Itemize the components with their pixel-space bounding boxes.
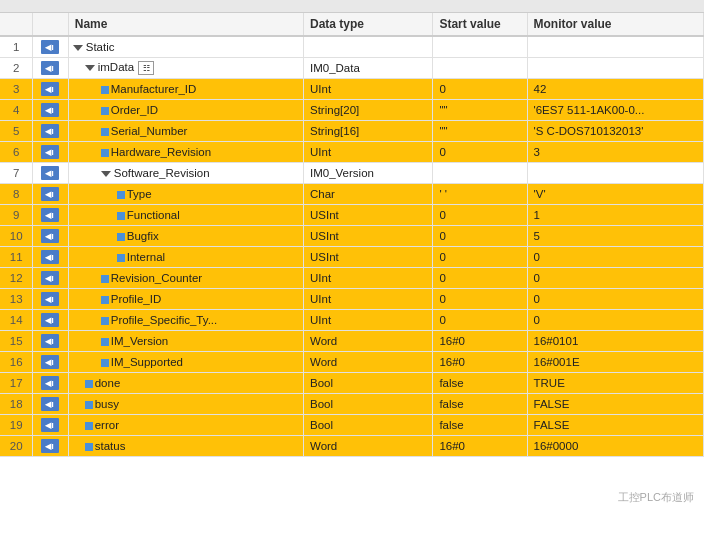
variable-icon: [101, 86, 109, 94]
name-text: Bugfix: [127, 230, 159, 242]
row-number: 1: [0, 36, 33, 58]
row-icon: ◀I: [33, 205, 68, 226]
table-row[interactable]: 11◀IInternalUSInt00: [0, 247, 704, 268]
row-number: 16: [0, 352, 33, 373]
db-block-icon: ◀I: [41, 292, 59, 306]
row-name: Type: [68, 184, 303, 205]
row-number: 19: [0, 415, 33, 436]
row-startval: 0: [433, 226, 527, 247]
data-table: Name Data type Start value Monitor value…: [0, 13, 704, 457]
row-monval: 3: [527, 142, 703, 163]
row-number: 10: [0, 226, 33, 247]
row-startval: 16#0: [433, 436, 527, 457]
row-icon: ◀I: [33, 415, 68, 436]
row-datatype: Bool: [304, 373, 433, 394]
row-monval: 16#0000: [527, 436, 703, 457]
table-row[interactable]: 20◀IstatusWord16#016#0000: [0, 436, 704, 457]
table-row[interactable]: 13◀IProfile_IDUInt00: [0, 289, 704, 310]
table-row[interactable]: 10◀IBugfixUSInt05: [0, 226, 704, 247]
table-row[interactable]: 5◀ISerial_NumberString[16]""'S C-DOS7101…: [0, 121, 704, 142]
table-row[interactable]: 4◀IOrder_IDString[20]""'6ES7 511-1AK00-0…: [0, 100, 704, 121]
row-name: Hardware_Revision: [68, 142, 303, 163]
row-monval: 0: [527, 310, 703, 331]
row-startval: 0: [433, 247, 527, 268]
row-datatype: UInt: [304, 79, 433, 100]
row-icon: ◀I: [33, 373, 68, 394]
row-startval: 0: [433, 205, 527, 226]
row-monval: 0: [527, 268, 703, 289]
table-row[interactable]: 1◀IStatic: [0, 36, 704, 58]
db-block-icon: ◀I: [41, 355, 59, 369]
row-icon: ◀I: [33, 184, 68, 205]
row-startval: [433, 163, 527, 184]
expand-arrow-icon[interactable]: [101, 171, 111, 177]
row-datatype: UInt: [304, 310, 433, 331]
row-icon: ◀I: [33, 331, 68, 352]
col-header-startval: Start value: [433, 13, 527, 36]
row-icon: ◀I: [33, 247, 68, 268]
table-row[interactable]: 15◀IIM_VersionWord16#016#0101: [0, 331, 704, 352]
row-monval: [527, 163, 703, 184]
table-row[interactable]: 14◀IProfile_Specific_Ty...UInt00: [0, 310, 704, 331]
name-text: Serial_Number: [111, 125, 188, 137]
variable-icon: [117, 212, 125, 220]
name-text: Functional: [127, 209, 180, 221]
expand-arrow-icon[interactable]: [85, 65, 95, 71]
table-row[interactable]: 12◀IRevision_CounterUInt00: [0, 268, 704, 289]
row-name: Manufacturer_ID: [68, 79, 303, 100]
row-datatype: UInt: [304, 268, 433, 289]
row-name: IM_Supported: [68, 352, 303, 373]
variable-icon: [101, 317, 109, 325]
row-datatype: Bool: [304, 415, 433, 436]
table-container[interactable]: Name Data type Start value Monitor value…: [0, 13, 704, 535]
row-icon: ◀I: [33, 163, 68, 184]
table-row[interactable]: 18◀IbusyBoolfalseFALSE: [0, 394, 704, 415]
table-row[interactable]: 7◀ISoftware_RevisionIM0_Version: [0, 163, 704, 184]
row-number: 9: [0, 205, 33, 226]
row-number: 12: [0, 268, 33, 289]
table-detail-icon[interactable]: ☷: [138, 61, 154, 75]
table-row[interactable]: 8◀ITypeChar' ''V': [0, 184, 704, 205]
row-startval: "": [433, 121, 527, 142]
db-block-icon: ◀I: [41, 145, 59, 159]
row-number: 7: [0, 163, 33, 184]
db-block-icon: ◀I: [41, 397, 59, 411]
row-name: done: [68, 373, 303, 394]
row-monval: FALSE: [527, 415, 703, 436]
variable-icon: [117, 233, 125, 241]
table-row[interactable]: 3◀IManufacturer_IDUInt042: [0, 79, 704, 100]
row-name: Revision_Counter: [68, 268, 303, 289]
row-monval: 'S C-DOS710132013': [527, 121, 703, 142]
row-datatype: [304, 36, 433, 58]
row-datatype: Word: [304, 331, 433, 352]
db-block-icon: ◀I: [41, 103, 59, 117]
row-datatype: USInt: [304, 247, 433, 268]
db-block-icon: ◀I: [41, 187, 59, 201]
variable-icon: [101, 296, 109, 304]
db-block-icon: ◀I: [41, 418, 59, 432]
table-row[interactable]: 16◀IIM_SupportedWord16#016#001E: [0, 352, 704, 373]
table-row[interactable]: 6◀IHardware_RevisionUInt03: [0, 142, 704, 163]
row-name: Static: [68, 36, 303, 58]
table-row[interactable]: 2◀IimData☷IM0_Data: [0, 58, 704, 79]
row-datatype: UInt: [304, 289, 433, 310]
table-row[interactable]: 17◀IdoneBoolfalseTRUE: [0, 373, 704, 394]
row-icon: ◀I: [33, 121, 68, 142]
row-name: busy: [68, 394, 303, 415]
variable-icon: [101, 359, 109, 367]
table-body: 1◀IStatic2◀IimData☷IM0_Data3◀IManufactur…: [0, 36, 704, 457]
col-header-monval: Monitor value: [527, 13, 703, 36]
table-row[interactable]: 9◀IFunctionalUSInt01: [0, 205, 704, 226]
table-header-row: Name Data type Start value Monitor value: [0, 13, 704, 36]
row-monval: 5: [527, 226, 703, 247]
table-row[interactable]: 19◀IerrorBoolfalseFALSE: [0, 415, 704, 436]
row-name: IM_Version: [68, 331, 303, 352]
row-icon: ◀I: [33, 394, 68, 415]
variable-icon: [85, 380, 93, 388]
row-icon: ◀I: [33, 142, 68, 163]
col-header-datatype: Data type: [304, 13, 433, 36]
row-monval: 16#001E: [527, 352, 703, 373]
db-block-icon: ◀I: [41, 334, 59, 348]
col-header-name: Name: [68, 13, 303, 36]
expand-arrow-icon[interactable]: [73, 45, 83, 51]
